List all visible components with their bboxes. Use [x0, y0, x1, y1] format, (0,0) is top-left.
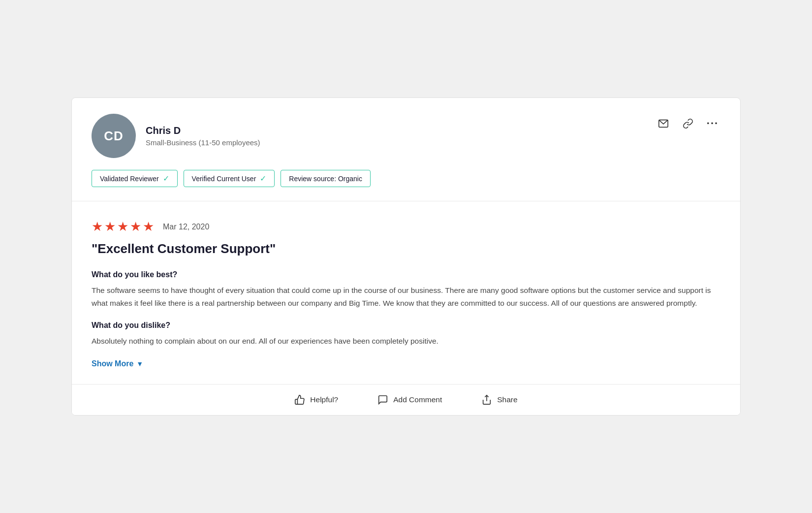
check-icon: ✓ [163, 174, 169, 183]
chevron-down-icon: ▼ [136, 360, 143, 368]
share-icon [481, 394, 492, 405]
question-2-label: What do you dislike? [92, 321, 720, 330]
star-1: ★ [92, 219, 103, 234]
review-title: "Excellent Customer Support" [92, 241, 720, 256]
header-top: CD Chris D Small-Business (11-50 employe… [92, 114, 720, 158]
card-footer: Helpful? Add Comment Share [72, 385, 740, 415]
helpful-button[interactable]: Helpful? [294, 394, 338, 405]
reviewer-name: Chris D [146, 125, 260, 136]
avatar-initials: CD [104, 128, 124, 144]
add-comment-button[interactable]: Add Comment [377, 394, 442, 405]
star-3: ★ [117, 219, 128, 234]
more-options-icon[interactable]: ··· [705, 116, 720, 131]
share-button[interactable]: Share [481, 394, 517, 405]
avatar: CD [92, 114, 136, 158]
thumbs-up-icon [294, 394, 305, 405]
badge-label: Verified Current User [192, 175, 256, 183]
show-more-label: Show More [92, 359, 133, 368]
question-1-label: What do you like best? [92, 270, 720, 279]
badge-label: Review source: Organic [289, 175, 362, 183]
verified-user-badge: Verified Current User ✓ [184, 170, 275, 187]
validated-reviewer-badge: Validated Reviewer ✓ [92, 170, 178, 187]
star-rating: ★ ★ ★ ★ ★ [92, 219, 154, 234]
show-more-button[interactable]: Show More ▼ [92, 359, 720, 368]
star-2: ★ [104, 219, 116, 234]
star-4: ★ [130, 219, 141, 234]
card-body: ★ ★ ★ ★ ★ Mar 12, 2020 "Excellent Custom… [72, 201, 740, 385]
reviewer-details: Chris D Small-Business (11-50 employees) [146, 125, 260, 147]
header-actions: ··· [656, 114, 720, 131]
review-card: CD Chris D Small-Business (11-50 employe… [71, 97, 741, 416]
badge-label: Validated Reviewer [100, 175, 159, 183]
check-icon: ✓ [260, 174, 266, 183]
question-2-answer: Absolutely nothing to complain about on … [92, 335, 720, 348]
review-date: Mar 12, 2020 [163, 223, 209, 231]
badges-container: Validated Reviewer ✓ Verified Current Us… [92, 170, 720, 187]
link-icon[interactable] [680, 116, 696, 131]
reviewer-info: CD Chris D Small-Business (11-50 employe… [92, 114, 260, 158]
review-source-badge: Review source: Organic [281, 170, 371, 187]
comment-icon [377, 394, 388, 405]
card-header: CD Chris D Small-Business (11-50 employe… [72, 98, 740, 201]
helpful-label: Helpful? [310, 395, 338, 404]
review-meta: ★ ★ ★ ★ ★ Mar 12, 2020 [92, 219, 720, 234]
comment-label: Add Comment [393, 395, 442, 404]
share-label: Share [497, 395, 517, 404]
star-5: ★ [143, 219, 154, 234]
question-1-answer: The software seems to have thought of ev… [92, 284, 720, 309]
email-icon[interactable] [656, 116, 671, 131]
reviewer-company: Small-Business (11-50 employees) [146, 138, 260, 147]
